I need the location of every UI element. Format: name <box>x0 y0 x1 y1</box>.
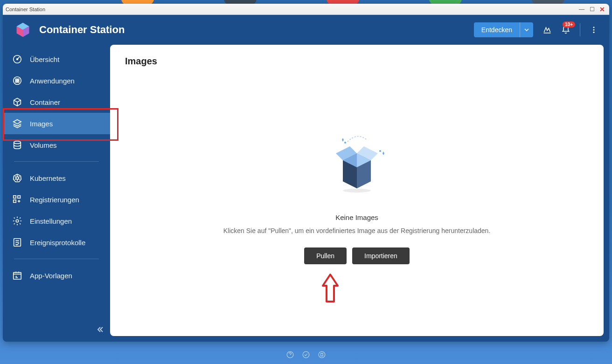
svg-point-16 <box>16 177 19 179</box>
apps-icon <box>12 76 22 86</box>
svg-rect-11 <box>18 79 19 80</box>
svg-rect-18 <box>14 200 16 203</box>
collapse-sidebar-button[interactable] <box>96 326 104 335</box>
svg-rect-22 <box>14 273 21 280</box>
svg-point-8 <box>17 59 18 60</box>
app-window: Container Station — ☐ ✕ Container Statio… <box>3 4 609 342</box>
svg-rect-36 <box>321 353 323 356</box>
notification-icon[interactable]: 10+ <box>561 25 570 34</box>
sidebar-item-logs[interactable]: Ereignisprotokolle <box>3 232 110 253</box>
empty-box-icon <box>320 128 394 202</box>
svg-point-32 <box>343 189 371 192</box>
sidebar-item-overview[interactable]: Übersicht <box>3 48 110 70</box>
svg-rect-10 <box>15 79 17 80</box>
system-icon[interactable] <box>318 350 326 361</box>
database-icon <box>12 140 22 150</box>
sidebar-item-label: Ereignisprotokolle <box>30 239 85 247</box>
svg-rect-17 <box>14 196 16 199</box>
import-button[interactable]: Importieren <box>352 247 410 264</box>
svg-point-24 <box>379 150 381 152</box>
titlebar: Container Station — ☐ ✕ <box>3 4 609 15</box>
gauge-icon <box>12 54 22 64</box>
pull-button[interactable]: Pullen <box>304 247 347 264</box>
log-icon <box>12 237 22 247</box>
system-icon[interactable] <box>302 350 310 361</box>
window-title: Container Station <box>6 7 577 12</box>
app-logo-icon <box>14 21 32 39</box>
sidebar-item-label: Volumes <box>30 141 57 149</box>
sidebar-item-kubernetes[interactable]: Kubernetes <box>3 167 110 189</box>
svg-rect-12 <box>15 81 17 82</box>
template-icon <box>12 270 22 281</box>
sidebar-item-label: Images <box>30 120 53 128</box>
cube-icon <box>12 97 22 107</box>
empty-state: Keine Images Klicken Sie auf "Pullen", u… <box>125 67 589 325</box>
svg-point-4 <box>593 27 595 28</box>
maximize-button[interactable]: ☐ <box>588 6 596 13</box>
more-menu-icon[interactable] <box>590 26 598 34</box>
sidebar-item-label: Einstellungen <box>30 217 72 225</box>
app-title: Container Station <box>39 24 474 36</box>
system-icon[interactable] <box>286 350 294 361</box>
empty-state-description: Klicken Sie auf "Pullen", um ein vordefi… <box>223 227 491 234</box>
sidebar-item-registries[interactable]: Registrierungen <box>3 189 110 210</box>
sidebar-item-templates[interactable]: App-Vorlagen <box>3 265 110 286</box>
sidebar-item-images[interactable]: Images <box>3 113 110 134</box>
main-panel: Images <box>110 45 604 336</box>
kubernetes-icon <box>12 173 22 183</box>
system-bar <box>0 347 612 364</box>
sidebar-item-label: Anwendungen <box>30 77 75 85</box>
svg-point-34 <box>303 351 309 358</box>
sidebar-item-applications[interactable]: Anwendungen <box>3 70 110 91</box>
sidebar-item-label: Registrierungen <box>30 196 79 204</box>
svg-point-14 <box>14 141 21 144</box>
page-title: Images <box>125 56 589 67</box>
sidebar-item-settings[interactable]: Einstellungen <box>3 210 110 232</box>
svg-point-20 <box>16 220 19 222</box>
svg-rect-13 <box>18 81 19 82</box>
discover-dropdown[interactable] <box>520 22 533 37</box>
sidebar-item-label: Container <box>30 98 60 106</box>
empty-state-title: Keine Images <box>335 213 378 221</box>
svg-point-35 <box>319 351 325 358</box>
svg-point-6 <box>593 32 595 33</box>
notification-badge: 10+ <box>563 21 575 27</box>
layers-icon <box>12 118 22 129</box>
registry-icon <box>12 194 22 205</box>
app-header: Container Station Entdecken 10+ <box>3 15 609 45</box>
sidebar-item-label: Übersicht <box>30 55 59 63</box>
minimize-button[interactable]: — <box>577 6 586 13</box>
discover-button[interactable]: Entdecken <box>474 22 520 37</box>
svg-point-23 <box>344 142 346 144</box>
gear-icon <box>12 216 22 226</box>
sidebar: Übersicht Anwendungen Container Images V… <box>3 45 110 336</box>
svg-rect-19 <box>18 196 20 199</box>
sidebar-item-container[interactable]: Container <box>3 91 110 113</box>
svg-point-5 <box>593 29 595 31</box>
sidebar-item-volumes[interactable]: Volumes <box>3 134 110 156</box>
cleanup-icon[interactable] <box>542 25 552 34</box>
close-button[interactable]: ✕ <box>598 6 606 13</box>
sidebar-item-label: Kubernetes <box>30 174 66 182</box>
sidebar-item-label: App-Vorlagen <box>30 272 72 280</box>
svg-point-9 <box>14 77 21 85</box>
